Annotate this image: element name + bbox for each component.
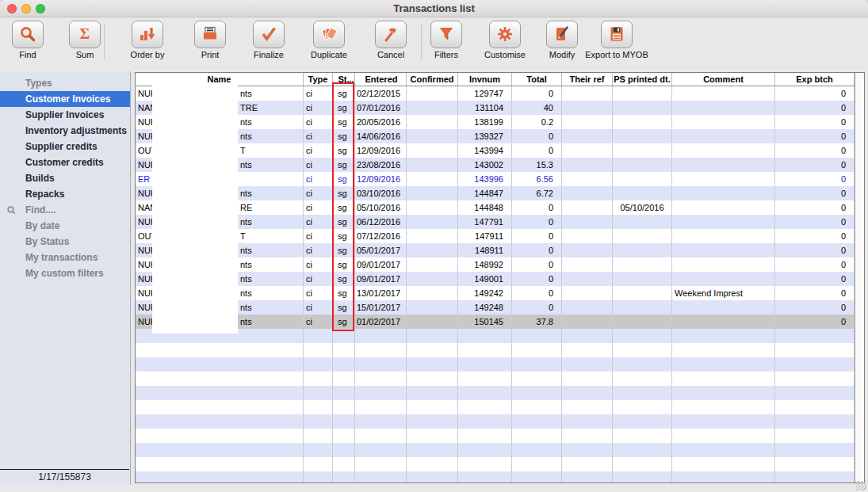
- floppy-disk-icon: [601, 21, 633, 48]
- column-header-type[interactable]: Type: [304, 73, 333, 86]
- table-row[interactable]: ER 2cisg12/09/20161439966.560: [136, 172, 864, 186]
- cell-exp-btch: 0: [775, 243, 855, 257]
- cell-confirmed: [407, 86, 458, 101]
- cell-entered: 23/08/2016: [355, 158, 407, 172]
- cell-ps-printed-dt: [613, 158, 672, 172]
- table-row[interactable]: OUTTcisg07/12/201614791100: [136, 229, 864, 243]
- sidebar-item-customer-invoices[interactable]: Customer Invoices: [0, 91, 130, 107]
- sidebar-item-my-custom-filters[interactable]: My custom filters: [0, 265, 130, 281]
- vertical-scrollbar[interactable]: [855, 73, 864, 482]
- table-row[interactable]: NANTREcisg07/01/2016131104400: [136, 101, 864, 115]
- sidebar-item-my-transactions[interactable]: My transactions: [0, 250, 130, 265]
- table-row[interactable]: NURntscisg20/05/20161381990.20: [136, 115, 864, 129]
- cell-invnum: [458, 343, 512, 357]
- empty-table-row[interactable]: [136, 343, 864, 357]
- cell-name: [136, 386, 304, 400]
- sidebar-item-types[interactable]: Types: [0, 75, 130, 91]
- column-header-ps-printed-dt[interactable]: PS printed dt.: [613, 73, 672, 86]
- column-header-comment[interactable]: Comment: [672, 73, 775, 86]
- sidebar-item-by-status[interactable]: By Status: [0, 234, 130, 250]
- empty-table-row[interactable]: [136, 443, 864, 457]
- empty-table-row[interactable]: [136, 400, 864, 414]
- sidebar-item-label: Supplier Invoices: [25, 109, 104, 120]
- sidebar-item-customer-credits[interactable]: Customer credits: [0, 154, 130, 170]
- cell-type: ci: [304, 257, 333, 272]
- cell-status: [333, 429, 355, 443]
- empty-table-row[interactable]: [136, 414, 864, 429]
- sidebar-item-label: Inventory adjustments: [25, 125, 127, 136]
- cell-type: [304, 400, 333, 414]
- cell-total: [512, 386, 562, 400]
- cell-their-ref: [562, 457, 613, 471]
- cell-type: ci: [304, 172, 333, 186]
- cell-invnum: 138199: [458, 115, 512, 129]
- table-row[interactable]: NURntscisg23/08/201614300215.30: [136, 158, 864, 172]
- cell-total: 0: [512, 272, 562, 286]
- transactions-table: NameTypeSt...EnteredConfirmedInvnumTotal…: [135, 72, 865, 483]
- cell-ps-printed-dt: [613, 443, 672, 457]
- resize-grip[interactable]: [856, 481, 866, 490]
- cell-entered: [355, 443, 407, 457]
- cell-exp-btch: 0: [775, 158, 855, 172]
- sidebar-item-find[interactable]: Find....: [0, 202, 130, 218]
- table-row[interactable]: NURntscisg09/01/201714900100: [136, 272, 864, 286]
- column-header-entered[interactable]: Entered: [355, 73, 407, 86]
- table-row[interactable]: NURntscisg14/06/201613932700: [136, 129, 864, 143]
- titlebar: Transactions list: [0, 0, 868, 17]
- empty-table-row[interactable]: [136, 471, 864, 483]
- table-row[interactable]: OUTTcisg12/09/201614399400: [136, 143, 864, 158]
- cell-invnum: 144848: [458, 200, 512, 215]
- column-header-total[interactable]: Total: [512, 73, 562, 86]
- column-header-exp-btch[interactable]: Exp btch: [775, 73, 855, 86]
- empty-table-row[interactable]: [136, 457, 864, 471]
- cell-exp-btch: 0: [775, 101, 855, 115]
- cell-invnum: 149242: [458, 286, 512, 300]
- empty-table-row[interactable]: [136, 329, 864, 343]
- cell-type: [304, 471, 333, 483]
- empty-table-row[interactable]: [136, 429, 864, 443]
- table-row[interactable]: NURntscisg09/01/201714899200: [136, 257, 864, 272]
- cell-confirmed: [407, 471, 458, 483]
- table-row[interactable]: NURntscisg01/02/201715014537.80: [136, 315, 864, 329]
- toolbar: Find Σ Sum Order by Print Finalize Dupli…: [0, 17, 868, 71]
- empty-table-row[interactable]: [136, 386, 864, 400]
- sidebar-item-builds[interactable]: Builds: [0, 170, 130, 186]
- cell-entered: [355, 386, 407, 400]
- table-row[interactable]: NANREcisg05/10/2016144848005/10/20160: [136, 200, 864, 215]
- cell-ps-printed-dt: 05/10/2016: [613, 200, 672, 215]
- cell-confirmed: [407, 429, 458, 443]
- column-header-name[interactable]: Name: [136, 73, 304, 86]
- table-row[interactable]: NURntscisg13/01/20171492420Weekend Impre…: [136, 286, 864, 300]
- sort-bars-icon: [132, 21, 163, 48]
- cell-type: ci: [304, 129, 333, 143]
- cell-type: [304, 329, 333, 343]
- cell-type: ci: [304, 272, 333, 286]
- sidebar-item-supplier-invoices[interactable]: Supplier Invoices: [0, 107, 130, 123]
- sidebar-item-supplier-credits[interactable]: Supplier credits: [0, 139, 130, 154]
- cell-invnum: [458, 357, 512, 372]
- cell-entered: 02/12/2015: [355, 86, 407, 101]
- cell-ps-printed-dt: [613, 300, 672, 315]
- empty-table-row[interactable]: [136, 357, 864, 372]
- table-row[interactable]: NURntscisg06/12/201614779100: [136, 215, 864, 229]
- table-row[interactable]: NURntscisg15/01/201714924800: [136, 300, 864, 315]
- cell-invnum: 147911: [458, 229, 512, 243]
- sidebar-item-repacks[interactable]: Repacks: [0, 186, 130, 202]
- cell-entered: 12/09/2016: [355, 172, 407, 186]
- cell-total: 0: [512, 129, 562, 143]
- column-header-their-ref[interactable]: Their ref: [562, 73, 613, 86]
- sidebar-item-by-date[interactable]: By date: [0, 218, 130, 234]
- column-header-confirmed[interactable]: Confirmed: [407, 73, 458, 86]
- cell-ps-printed-dt: [613, 414, 672, 429]
- sidebar-item-inventory-adjustments[interactable]: Inventory adjustments: [0, 123, 130, 139]
- column-header-invnum[interactable]: Invnum: [458, 73, 512, 86]
- cell-ps-printed-dt: [613, 129, 672, 143]
- empty-table-row[interactable]: [136, 372, 864, 386]
- table-row[interactable]: NURntscisg03/10/20161448476.720: [136, 186, 864, 200]
- table-row[interactable]: NURntscisg05/01/201714891100: [136, 243, 864, 257]
- cell-total: 0: [512, 215, 562, 229]
- toolbar-button-export-to-myob[interactable]: Export to MYOB: [577, 21, 656, 59]
- table-row[interactable]: NURntscisg02/12/201512974700: [136, 86, 864, 101]
- status-column-highlight-box: [332, 82, 354, 331]
- cell-ps-printed-dt: [613, 101, 672, 115]
